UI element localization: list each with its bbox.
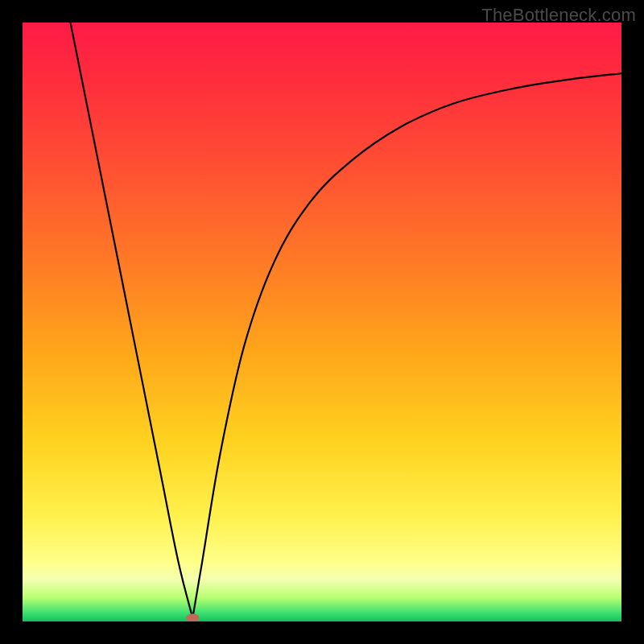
plot-area [23,23,621,621]
curve-left-segment [71,23,193,618]
minimum-marker-dot [186,613,199,621]
curve-right-segment [192,73,621,617]
curve-svg [23,23,621,621]
chart-container: TheBottleneck.com [0,0,644,644]
